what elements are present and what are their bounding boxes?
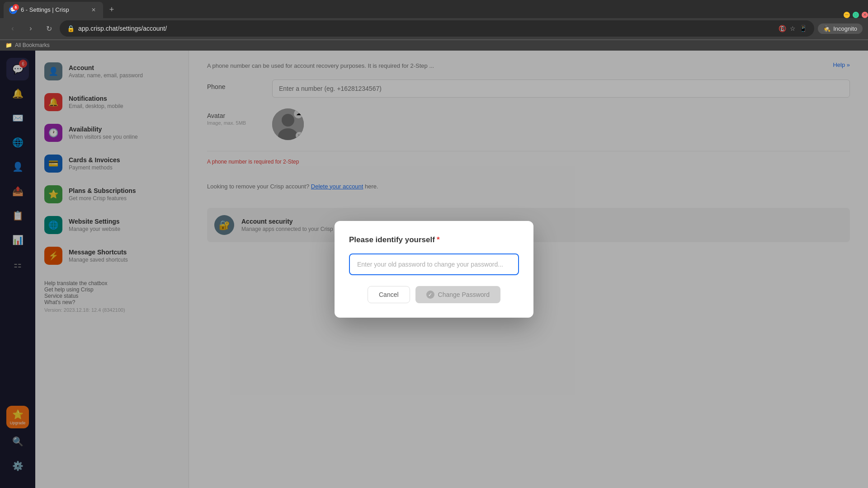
tab-favicon: 💬 6 [9,6,17,14]
change-password-button[interactable]: ✓ Change Password [415,286,500,303]
active-tab[interactable]: 💬 6 6 - Settings | Crisp ✕ [4,2,103,18]
tab-bar: 💬 6 6 - Settings | Crisp ✕ + ─ □ ✕ [0,0,868,18]
tab-title: 6 - Settings | Crisp [21,6,69,13]
camera-off-icon: 📵 [778,25,786,32]
required-marker: * [437,235,440,244]
modal-buttons: Cancel ✓ Change Password [349,286,519,303]
maximize-button[interactable]: □ [853,12,859,18]
tab-close-button[interactable]: ✕ [90,6,98,14]
modal-dialog: Please identify yourself* Cancel ✓ Chang… [335,221,533,318]
device-icon: 📱 [799,25,807,32]
lock-icon: 🔒 [67,25,75,32]
bookmarks-bar: 📁 All Bookmarks [0,40,868,51]
incognito-label: Incognito [833,25,857,32]
browser-chrome: 💬 6 6 - Settings | Crisp ✕ + ─ □ ✕ ‹ › ↻… [0,0,868,51]
new-tab-button[interactable]: + [105,3,118,17]
reload-button[interactable]: ↻ [42,21,56,36]
close-button[interactable]: ✕ [862,12,868,18]
cancel-button[interactable]: Cancel [368,286,410,303]
incognito-button[interactable]: 🕵️ Incognito [818,23,863,34]
change-password-label: Change Password [438,291,490,298]
password-input[interactable] [349,253,519,275]
bookmarks-label: All Bookmarks [15,42,50,48]
url-bar[interactable]: 🔒 app.crisp.chat/settings/account/ 📵 ☆ 📱 [60,20,814,37]
back-button[interactable]: ‹ [5,21,20,36]
incognito-icon: 🕵️ [823,25,830,32]
window-controls: ─ □ ✕ [844,12,868,18]
minimize-button[interactable]: ─ [844,12,850,18]
bookmarks-icon: 📁 [5,42,12,48]
modal-title: Please identify yourself* [349,235,519,244]
tab-badge: 6 [13,4,19,10]
url-text: app.crisp.chat/settings/account/ [78,25,775,32]
bookmark-icon: ☆ [790,25,796,32]
modal-overlay: Please identify yourself* Cancel ✓ Chang… [0,51,868,488]
forward-button[interactable]: › [24,21,38,36]
navigation-bar: ‹ › ↻ 🔒 app.crisp.chat/settings/account/… [0,18,868,40]
check-icon: ✓ [426,291,434,299]
